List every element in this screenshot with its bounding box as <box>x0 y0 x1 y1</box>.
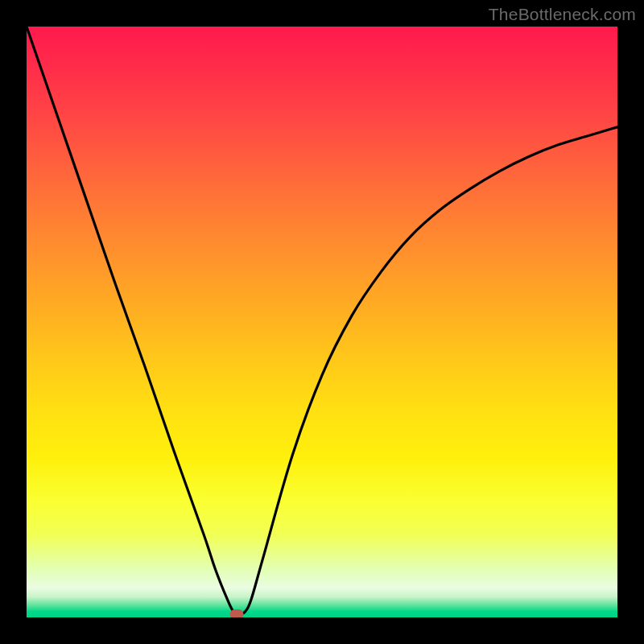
bottleneck-curve <box>27 27 617 617</box>
plot-area <box>27 27 617 617</box>
minimum-marker <box>230 609 244 617</box>
watermark-text: TheBottleneck.com <box>489 5 636 24</box>
chart-frame: TheBottleneck.com <box>0 0 644 644</box>
